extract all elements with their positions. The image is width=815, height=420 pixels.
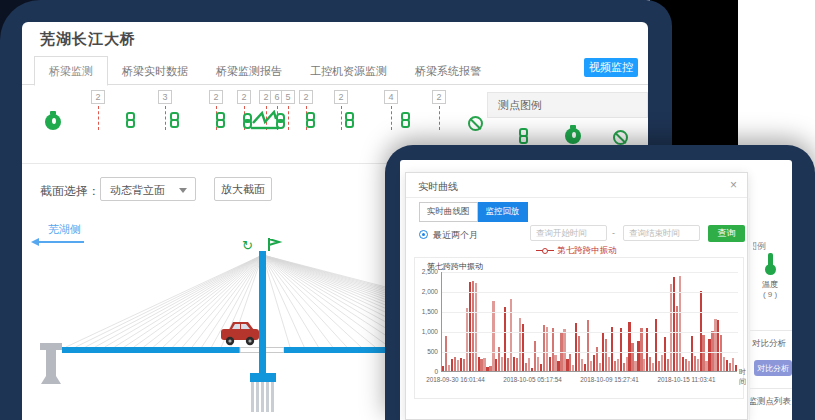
chart-bar xyxy=(691,336,693,371)
tab-2[interactable]: 桥梁监测报告 xyxy=(202,57,296,85)
stopwatch-icon xyxy=(45,114,61,130)
chart-bar xyxy=(569,354,571,371)
sidebar-divider xyxy=(750,330,792,331)
chart-bar xyxy=(495,359,497,371)
chart-bar xyxy=(637,341,639,371)
chart-y-tick: 2,500 xyxy=(415,268,438,275)
legend-marker-icon xyxy=(536,248,554,253)
chart-bar xyxy=(661,355,663,371)
chart-bar xyxy=(620,328,622,371)
dialog-tab-0[interactable]: 实时曲线图 xyxy=(419,202,478,222)
chart-bar xyxy=(732,358,734,371)
chart-bar xyxy=(537,357,539,371)
chart-bar xyxy=(643,359,645,371)
sensor-count-badge: 2 xyxy=(334,90,348,104)
sensor-count-badge: 2 xyxy=(91,90,105,104)
query-button[interactable]: 查询 xyxy=(708,225,745,242)
strain-sensor-icon xyxy=(124,112,137,129)
chart-bar xyxy=(507,358,509,371)
chart-bar xyxy=(469,282,471,371)
chart-gridline xyxy=(442,292,738,293)
tab-0[interactable]: 桥梁监测 xyxy=(34,56,108,86)
query-start-time-input[interactable] xyxy=(530,225,607,241)
chart-bar xyxy=(640,328,642,371)
chart-bar xyxy=(646,328,648,371)
chart-bar xyxy=(605,339,607,371)
chart-bar xyxy=(581,359,583,371)
chart-bar xyxy=(480,359,482,371)
chart-bar xyxy=(519,318,521,371)
chart-y-tick: 0 xyxy=(415,368,438,375)
temperature-label[interactable]: 温度 xyxy=(752,279,788,290)
sidebar-legend-header: 测点图例 xyxy=(753,240,766,252)
page-title: 芜湖长江大桥 xyxy=(40,30,136,49)
chart-bar xyxy=(575,323,577,371)
chart-bar xyxy=(584,364,586,371)
recent-range-radio[interactable] xyxy=(419,230,428,239)
chart-bar xyxy=(448,365,450,371)
chart-bar xyxy=(726,360,728,371)
chart-bar xyxy=(599,363,601,371)
legend-panel-title: 测点图例 xyxy=(487,92,648,118)
temperature-count: ( 9 ) xyxy=(752,290,788,299)
chart-bar xyxy=(516,358,518,371)
strain-sensor-icon xyxy=(399,112,412,129)
thermometer-icon xyxy=(764,253,777,275)
chart-bar xyxy=(596,347,598,371)
chart-bar xyxy=(587,320,589,371)
chart-bar xyxy=(578,336,580,371)
tab-3[interactable]: 工控机资源监测 xyxy=(296,57,401,85)
chart-bar xyxy=(466,308,468,371)
chart-bar xyxy=(729,363,731,371)
section-select-dropdown[interactable]: 动态背立面 xyxy=(100,177,196,201)
clock-sensor-icon xyxy=(565,128,581,144)
chart-bar xyxy=(451,359,453,371)
chart-bar xyxy=(679,276,681,371)
bridge-side-label: 芜湖侧 xyxy=(48,222,81,237)
chart-bar xyxy=(631,343,633,371)
chart-x-tick: 2018-10-15 11:03:41 xyxy=(648,376,725,383)
chart-y-tick: 1,000 xyxy=(415,328,438,335)
chart-bar xyxy=(634,361,636,371)
tower-foundation-cap xyxy=(250,373,276,382)
chart-bar xyxy=(702,335,704,371)
strain-sensor-icon xyxy=(517,128,530,145)
sensor-marker-line xyxy=(288,106,289,130)
close-icon[interactable]: × xyxy=(730,178,737,192)
chart-x-tick: 2018-10-09 15:27:41 xyxy=(571,376,648,383)
chart-bar xyxy=(557,361,559,371)
chart-bar xyxy=(655,319,657,371)
recent-range-label: 最近两个月 xyxy=(433,229,478,242)
chart-bar xyxy=(528,358,530,371)
sensor-count-badge: 3 xyxy=(158,90,172,104)
chart-bar xyxy=(711,331,713,371)
chart-bar xyxy=(664,337,666,371)
chart-bar xyxy=(549,357,551,371)
strain-sensor-icon xyxy=(214,112,227,129)
chart-gridline xyxy=(442,332,738,333)
chart-bar xyxy=(442,366,444,371)
dialog-tab-1[interactable]: 监控回放 xyxy=(478,202,528,222)
chart-bar xyxy=(682,357,684,371)
enlarge-section-button[interactable]: 放大截面 xyxy=(214,177,272,201)
sidebar-divider xyxy=(749,198,750,420)
chart-bar xyxy=(700,291,702,371)
chart-bar xyxy=(566,359,568,371)
sensor-marker-line xyxy=(391,106,392,130)
query-end-time-input[interactable] xyxy=(623,225,700,241)
chart-x-tick: 2018-10-05 05:17:54 xyxy=(494,376,571,383)
tab-1[interactable]: 桥梁实时数据 xyxy=(108,57,202,85)
chart-bar xyxy=(510,299,512,371)
chart-bar xyxy=(546,327,548,371)
sensor-marker-line xyxy=(98,106,99,130)
chart-bar xyxy=(531,368,533,371)
chart-gridline xyxy=(442,272,738,273)
compare-analysis-button[interactable]: 对比分析 xyxy=(754,360,792,376)
chart-legend[interactable]: 第七跨跨中振动 xyxy=(406,245,747,257)
section-select-label: 截面选择： xyxy=(40,183,100,200)
monitor-point-list-header: 监测点列表 xyxy=(750,396,791,408)
tab-4[interactable]: 桥梁系统报警 xyxy=(401,57,495,85)
video-monitor-button[interactable]: 视频监控 xyxy=(584,58,638,77)
chart-bar xyxy=(540,364,542,371)
chart-bar xyxy=(652,363,654,371)
